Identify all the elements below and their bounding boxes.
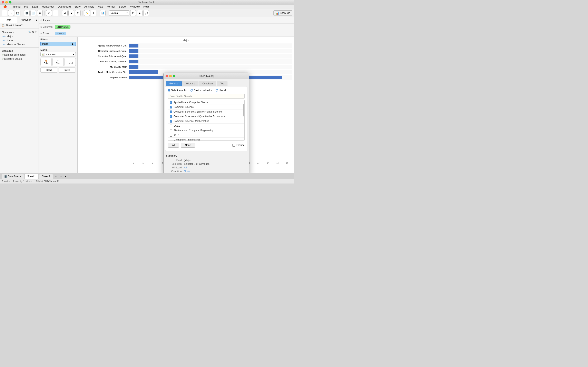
more-icon[interactable]: ▼ [35,31,37,33]
data-tab[interactable]: Data [0,17,17,23]
present-mode-icon[interactable]: ▶ [63,175,68,179]
filter-search-input[interactable] [168,94,245,99]
tooltip-button[interactable]: 💬 [143,10,149,16]
list-item-3[interactable]: Computer Science and Quantitative Econom… [168,114,244,119]
dimension-measure-names[interactable]: Abc Measure Names [0,42,39,47]
tab-general[interactable]: General [166,81,182,86]
sheet2-tab[interactable]: Sheet 2 [39,174,53,179]
sheet1-item[interactable]: 📋 Sheet 1 (week2) [0,23,39,28]
minimize-button[interactable] [5,1,8,3]
add-datasource-button[interactable]: 🗄️ [24,10,30,16]
swap-button[interactable]: ⇄ [62,10,68,16]
checkbox-1[interactable] [170,106,172,108]
panel-collapse-icon[interactable]: ▼ [35,17,39,23]
group-button[interactable]: T [91,10,96,16]
rows-pill[interactable]: Major ▼ [55,32,66,35]
radio-use-all[interactable]: Use all [216,89,226,92]
checkbox-3[interactable] [170,115,172,118]
menu-window[interactable]: Window [129,5,141,8]
tab-top[interactable]: Top [217,81,227,86]
fit-button[interactable]: ⊞ [130,10,136,16]
menu-worksheet[interactable]: Worksheet [40,5,56,8]
filter-major-pill[interactable]: Major ▶ [40,42,76,46]
maximize-button[interactable] [9,1,11,3]
data-source-tab[interactable]: 🗄️ Data Source [2,174,24,179]
dimension-name[interactable]: Abc Name [0,38,39,42]
menu-data[interactable]: Data [31,5,39,8]
save-button[interactable]: 💾 [15,10,20,16]
list-item-8[interactable]: Mechanical Engineering [168,138,244,141]
list-item-7[interactable]: ICTD [168,133,244,138]
duplicate-button[interactable]: ⧉ [37,10,43,16]
sheet1-tab[interactable]: Sheet 1 [25,174,38,179]
duplicate-sheet-icon[interactable]: ⧉ [59,175,63,179]
measure-records[interactable]: # Number of Records [0,53,39,57]
apple-menu[interactable]: 🍎 [2,5,8,9]
menu-file[interactable]: File [23,5,30,8]
bar-row-3[interactable] [129,59,292,64]
tab-wildcard[interactable]: Wildcard [182,81,199,86]
checkbox-6[interactable] [170,129,172,132]
menu-dashboard[interactable]: Dashboard [56,5,72,8]
close-button[interactable] [2,1,4,3]
view-size-dropdown[interactable]: Normal ▼ [109,10,130,16]
list-item-5[interactable]: ECEE [168,124,244,128]
back-button[interactable]: ← [2,10,7,16]
menu-story[interactable]: Story [73,5,82,8]
detail-button[interactable]: Detail [40,67,58,73]
menu-tableau[interactable]: Tableau [9,5,22,8]
dialog-expand[interactable] [173,75,175,77]
forward-button[interactable]: → [8,10,14,16]
checkbox-5[interactable] [170,125,172,127]
bar-row-2[interactable] [129,54,292,58]
dimension-major[interactable]: Abc Major [0,34,39,38]
color-button[interactable]: 🎨 Color [40,58,52,66]
sort-desc-button[interactable]: ▼ [75,10,81,16]
menu-format[interactable]: Format [105,5,117,8]
list-item-1[interactable]: Computer Science [168,105,244,109]
add-sheet-button[interactable]: + [54,175,58,179]
filter-list-scrollbar[interactable] [242,100,244,141]
dialog-minimize[interactable] [169,75,172,77]
radio-select-list[interactable]: Select from list [168,89,187,92]
checkbox-0[interactable] [170,101,172,104]
bar-row-1[interactable] [129,49,292,53]
new-worksheet-button[interactable]: 📄 [30,10,36,16]
list-item-6[interactable]: Electrical and Computer Engineering [168,128,244,133]
checkbox-4[interactable] [170,120,172,123]
bar-row-0[interactable] [129,43,292,48]
show-me-button[interactable]: 📊 Show Me [273,10,292,16]
list-item-4[interactable]: Computer Science, Mathematics [168,119,244,124]
analytics-tab[interactable]: Analytics [17,17,35,23]
none-button[interactable]: None [181,143,195,148]
menu-analysis[interactable]: Analysis [83,5,96,8]
all-button[interactable]: All [168,143,179,148]
checkbox-7[interactable] [170,134,172,137]
undo-button[interactable]: ↩ [46,10,52,16]
marks-type-dropdown[interactable]: 📊 Automatic ▼ [40,52,76,57]
bar-row-4[interactable] [129,65,292,69]
tab-condition[interactable]: Condition [199,81,216,86]
sort-icon[interactable]: ⇅ [32,31,34,33]
menu-help[interactable]: Help [142,5,150,8]
dialog-close[interactable] [165,75,168,77]
presentation-button[interactable]: ▶ [137,10,143,16]
list-item-2[interactable]: Computer Science & Environmental Science [168,109,244,114]
highlight-button[interactable]: ✏️ [84,10,90,16]
sort-asc-button[interactable]: ▲ [68,10,74,16]
measure-values[interactable]: # Measure Values [0,57,39,61]
size-button[interactable]: ⊙ Size [52,58,64,66]
columns-pill[interactable]: CNT(Name) [55,25,70,29]
label-button[interactable]: T Label [65,58,76,66]
radio-custom-list[interactable]: Custom value list [190,89,212,92]
checkbox-8[interactable] [170,139,172,141]
menu-server[interactable]: Server [117,5,128,8]
redo-button[interactable]: ↪ [53,10,58,16]
checkbox-2[interactable] [170,110,172,113]
chart-type-button[interactable]: 📊 [100,10,105,16]
menu-map[interactable]: Map [96,5,104,8]
list-item-0[interactable]: Applied Math, Computer Sience [168,100,244,105]
search-icon[interactable]: 🔍 [28,31,31,33]
exclude-checkbox[interactable]: Exclude [232,144,245,147]
tooltip-button[interactable]: Tooltip [59,67,76,73]
